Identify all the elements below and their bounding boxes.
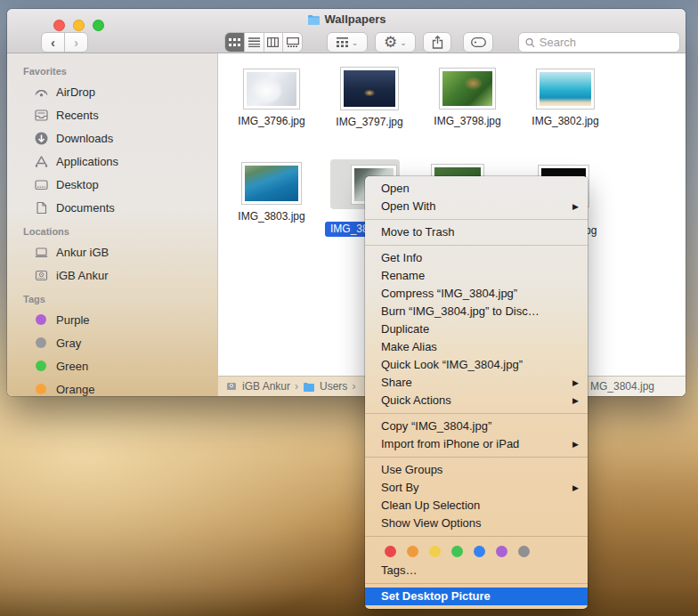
- file-thumbnail[interactable]: [341, 68, 398, 109]
- column-view-icon: [267, 37, 279, 47]
- file-thumbnail[interactable]: [537, 69, 594, 109]
- file-thumbnail[interactable]: [440, 69, 495, 109]
- menu-item-tags[interactable]: Tags…: [365, 562, 588, 580]
- menu-item-label: Import from iPhone or iPad: [381, 437, 519, 450]
- yellow-tag-dot-icon[interactable]: [429, 546, 441, 557]
- menu-item-rename[interactable]: Rename: [365, 267, 588, 285]
- list-view-icon: [248, 37, 260, 47]
- menu-item-sort-by[interactable]: Sort By: [365, 479, 588, 497]
- file-name[interactable]: IMG_3798.jpg: [430, 115, 505, 127]
- menu-item-set-desktop-picture[interactable]: Set Desktop Picture: [365, 588, 588, 605]
- group-button[interactable]: ⌄: [327, 32, 368, 53]
- sidebar-item-label: Purple: [56, 313, 90, 327]
- menu-item-show-view-options[interactable]: Show View Options: [365, 515, 588, 532]
- column-view-button[interactable]: [264, 33, 283, 52]
- sidebar-item-recents[interactable]: Recents: [7, 103, 217, 126]
- menu-item-label: Clean Up Selection: [381, 498, 480, 512]
- sidebar-tag-purple[interactable]: Purple: [7, 308, 217, 331]
- action-button[interactable]: ⚙ ⌄: [375, 32, 416, 53]
- sidebar-item-downloads[interactable]: Downloads: [7, 126, 217, 150]
- red-tag-dot-icon[interactable]: [385, 546, 396, 557]
- menu-item-open[interactable]: Open: [365, 180, 588, 198]
- menu-item-burn[interactable]: Burn “IMG_3804.jpg” to Disc…: [365, 303, 588, 320]
- sidebar-section-tags: Tags: [7, 287, 217, 308]
- menu-separator: [365, 245, 588, 246]
- purple-tag-dot-icon[interactable]: [496, 546, 507, 557]
- menu-item-label: Quick Look “IMG_3804.jpg”: [381, 358, 523, 371]
- menu-item-import-from-iphone[interactable]: Import from iPhone or iPad: [365, 435, 588, 453]
- gallery-view-button[interactable]: [282, 33, 302, 52]
- file-thumbnail[interactable]: [244, 69, 299, 109]
- purple-tag-dot-icon: [36, 314, 46, 325]
- menu-item-clean-up-selection[interactable]: Clean Up Selection: [365, 497, 588, 515]
- list-view-button[interactable]: [244, 33, 264, 52]
- path-item-users[interactable]: Users: [303, 380, 347, 393]
- menu-item-label: Burn “IMG_3804.jpg” to Disc…: [381, 304, 540, 318]
- path-item-label: Users: [320, 380, 347, 393]
- file-name[interactable]: IMG_3796.jpg: [236, 115, 307, 127]
- sidebar-item-ankur-igb[interactable]: Ankur iGB: [7, 240, 217, 263]
- sidebar-item-label: Documents: [56, 201, 115, 215]
- sidebar-tag-green[interactable]: Green: [7, 354, 217, 377]
- file-name[interactable]: IMG_3797.jpg: [332, 116, 407, 128]
- blue-tag-dot-icon[interactable]: [474, 546, 485, 557]
- menu-item-label: Open: [381, 182, 410, 195]
- icon-view-button[interactable]: [225, 33, 244, 52]
- menu-item-label: Make Alias: [381, 340, 437, 353]
- menu-item-quick-actions[interactable]: Quick Actions: [365, 392, 588, 409]
- menu-item-open-with[interactable]: Open With: [365, 198, 588, 215]
- file-name[interactable]: IMG_3803.jpg: [234, 210, 309, 223]
- gear-icon: ⚙: [384, 35, 397, 50]
- menu-item-copy[interactable]: Copy “IMG_3804.jpg”: [365, 417, 588, 435]
- sidebar-item-airdrop[interactable]: AirDrop: [7, 80, 217, 103]
- search-field[interactable]: [518, 32, 680, 53]
- file-name[interactable]: IMG_3802.jpg: [528, 115, 603, 127]
- titlebar[interactable]: Wallpapers: [7, 9, 686, 29]
- applications-icon: [34, 154, 49, 169]
- sidebar-tag-gray[interactable]: Gray: [7, 331, 217, 354]
- sidebar-item-igb-ankur[interactable]: iGB Ankur: [7, 263, 217, 287]
- sidebar-item-label: Orange: [56, 383, 94, 396]
- menu-item-label: Set Desktop Picture: [381, 589, 491, 603]
- view-segmented-control: [224, 32, 303, 53]
- menu-item-duplicate[interactable]: Duplicate: [365, 320, 588, 338]
- chevron-right-icon: ›: [352, 380, 355, 393]
- menu-item-share[interactable]: Share: [365, 374, 588, 392]
- menu-item-quick-look[interactable]: Quick Look “IMG_3804.jpg”: [365, 356, 588, 374]
- back-button[interactable]: ‹: [41, 32, 65, 53]
- tag-icon: [471, 37, 486, 47]
- menu-item-label: Tags…: [381, 563, 417, 577]
- menu-item-label: Use Groups: [381, 463, 442, 476]
- green-tag-dot-icon: [36, 361, 46, 371]
- orange-tag-dot-icon[interactable]: [407, 546, 418, 557]
- search-input[interactable]: [540, 36, 673, 49]
- file-thumbnail[interactable]: [242, 163, 301, 204]
- path-item-igb-ankur[interactable]: iGB Ankur: [225, 380, 290, 393]
- window-title: Wallpapers: [325, 12, 386, 26]
- menu-item-use-groups[interactable]: Use Groups: [365, 461, 588, 479]
- sidebar-item-documents[interactable]: Documents: [7, 196, 217, 219]
- sidebar-tag-orange[interactable]: Orange: [7, 377, 217, 396]
- chevron-down-icon: ⌄: [352, 38, 359, 47]
- menu-item-compress[interactable]: Compress “IMG_3804.jpg”: [365, 285, 588, 303]
- green-tag-dot-icon[interactable]: [451, 546, 463, 557]
- forward-button[interactable]: ›: [64, 32, 88, 53]
- menu-item-label: Move to Trash: [381, 225, 454, 239]
- sidebar-item-label: iGB Ankur: [56, 269, 109, 282]
- sidebar-item-label: Gray: [56, 336, 81, 350]
- share-button[interactable]: [423, 32, 451, 53]
- sidebar-item-applications[interactable]: Applications: [7, 150, 217, 173]
- menu-item-label: Duplicate: [381, 322, 429, 336]
- gray-tag-dot-icon[interactable]: [518, 546, 530, 557]
- menu-item-get-info[interactable]: Get Info: [365, 249, 588, 267]
- menu-separator: [365, 457, 588, 458]
- menu-item-move-to-trash[interactable]: Move to Trash: [365, 223, 588, 241]
- sidebar-item-label: Ankur iGB: [56, 246, 109, 259]
- menu-item-make-alias[interactable]: Make Alias: [365, 338, 588, 356]
- tag-button[interactable]: [463, 32, 493, 53]
- sidebar-section-locations: Locations: [7, 219, 217, 240]
- path-item-file[interactable]: MG_3804.jpg: [590, 380, 654, 393]
- menu-separator: [365, 583, 588, 584]
- sidebar-item-desktop[interactable]: Desktop: [7, 173, 217, 196]
- submenu-arrow-icon: [572, 479, 579, 497]
